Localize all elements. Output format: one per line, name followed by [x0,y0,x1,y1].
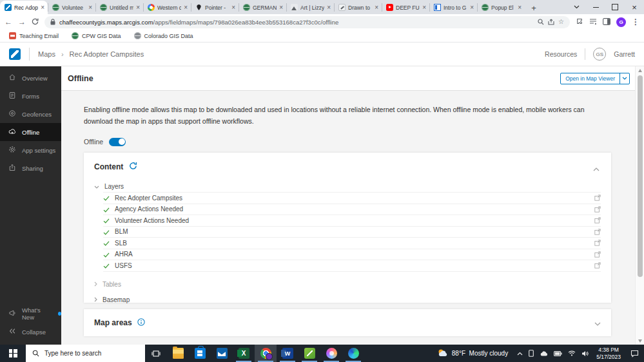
microsoft-store-button[interactable] [189,345,211,362]
tab-close-icon[interactable]: × [279,5,283,11]
open-in-map-viewer-button[interactable]: Open in Map Viewer [560,73,630,84]
window-minimize-button[interactable] [586,0,605,14]
tab-close-icon[interactable]: × [231,5,235,11]
excel-button[interactable] [233,345,255,362]
wifi-icon[interactable] [568,350,576,356]
bookmark-teaching-email[interactable]: Teaching Email [9,32,59,39]
layers-group-row[interactable]: Layers [94,181,601,192]
tab-close-icon[interactable]: × [518,5,522,11]
tab-western-search[interactable]: Western c × [143,1,191,14]
tab-pointer[interactable]: Pointer - × [191,1,239,14]
expand-card-chevron-icon[interactable] [594,317,601,329]
green-app-button[interactable] [298,345,320,362]
browser-menu-icon[interactable]: ⋮ [632,18,639,26]
tab-intro-to[interactable]: Intro to G × [429,1,477,14]
tab-drawn-to[interactable]: Drawn to × [334,1,382,14]
start-button[interactable] [0,345,26,362]
taskbar-weather[interactable]: 88°F Mostly cloudy [432,345,513,362]
page-scrollbar[interactable] [635,66,644,345]
word-button[interactable] [277,345,298,362]
username[interactable]: Garrett [614,50,635,58]
sidebar-item-offline[interactable]: Offline [0,123,61,141]
forward-icon[interactable]: → [18,18,26,26]
zoom-icon[interactable] [538,16,544,28]
side-panel-icon[interactable] [603,16,610,28]
media-controls-icon[interactable] [589,16,597,28]
open-layer-external-icon[interactable] [594,229,601,235]
scrollbar-thumb[interactable] [638,75,643,277]
info-icon[interactable] [137,317,145,329]
sidebar-item-forms[interactable]: Forms [0,87,61,105]
reload-icon[interactable] [32,18,39,26]
tab-close-icon[interactable]: × [41,5,44,11]
mail-button[interactable] [211,345,233,362]
chrome-button[interactable] [255,345,277,362]
sidebar-item-app-settings[interactable]: App settings [0,141,61,159]
tab-search-chevron-icon[interactable] [567,0,586,14]
sidebar-item-overview[interactable]: Overview [0,69,61,87]
tab-german[interactable]: GERMAN × [239,1,286,14]
extensions-puzzle-icon[interactable] [576,16,583,28]
tab-rec-adopter[interactable]: Rec Adop × [0,1,48,14]
window-close-button[interactable]: × [625,0,644,14]
field-maps-logo[interactable] [9,48,21,60]
tables-group-row[interactable]: Tables [94,279,601,290]
tab-label: Voluntee [62,5,86,11]
bookmark-cpw-gis[interactable]: CPW GIS Data [72,32,121,39]
window-maximize-button[interactable] [605,0,625,14]
open-layer-external-icon[interactable] [594,217,601,224]
open-layer-external-icon[interactable] [594,251,601,258]
tab-close-icon[interactable]: × [375,5,378,11]
onedrive-cloud-icon[interactable] [540,350,548,356]
tab-close-icon[interactable]: × [184,5,188,11]
taskbar-search-input[interactable]: Type here to search [26,345,145,362]
battery-icon[interactable] [554,351,562,356]
action-center-button[interactable] [625,345,644,362]
hidden-icons-chevron-icon[interactable] [517,352,523,356]
tab-popup[interactable]: Popup El × [477,1,525,14]
offline-toggle[interactable] [109,138,126,146]
tab-close-icon[interactable]: × [470,5,474,11]
address-bar[interactable]: chaffeecountygis.maps.arcgis.com/apps/fi… [44,16,570,28]
bookmark-star-icon[interactable]: ☆ [558,19,564,25]
sidebar-item-sharing[interactable]: Sharing [0,159,61,177]
browser-profile-avatar[interactable]: G [616,17,626,27]
edge-button[interactable] [342,345,364,362]
taskbar-clock[interactable]: 4:38 PM 5/17/2023 [592,345,625,362]
breadcrumb-maps-link[interactable]: Maps [38,50,55,58]
user-avatar[interactable]: GS [593,48,606,61]
refresh-icon[interactable] [129,161,137,173]
sidebar-collapse-button[interactable]: Collapse [0,323,61,341]
tab-close-icon[interactable]: × [88,5,92,11]
open-layer-external-icon[interactable] [594,240,601,246]
resources-link[interactable]: Resources [545,50,577,58]
open-layer-external-icon[interactable] [594,262,601,269]
tab-volunteer[interactable]: Voluntee × [48,1,95,14]
tab-close-icon[interactable]: × [327,5,331,11]
your-phone-icon[interactable] [529,350,534,357]
scroll-down-arrow[interactable] [636,337,644,345]
file-explorer-button[interactable] [167,345,189,362]
back-icon[interactable]: ← [5,18,12,26]
task-view-button[interactable] [145,345,167,362]
collapse-card-chevron-icon[interactable] [593,162,600,174]
tab-deep-fus[interactable]: DEEP FUS × [382,1,429,14]
sidebar-item-whats-new[interactable]: What's New [0,305,61,323]
tab-close-icon[interactable]: × [136,5,140,11]
scroll-up-arrow[interactable] [636,66,644,74]
open-layer-external-icon[interactable] [594,195,601,201]
paint-app-button[interactable] [320,345,342,362]
bookmark-colorado-gis[interactable]: Colorado GIS Data [134,32,193,39]
sidebar-item-geofences[interactable]: Geofences [0,105,61,123]
tab-untitled-map[interactable]: Untitled m × [95,1,143,14]
speaker-icon[interactable] [581,350,589,357]
tab-art-lizzy[interactable]: Art | Lizzy × [286,1,334,14]
basemap-group-row[interactable]: Basemap [94,294,601,305]
sidebar-item-label: Sharing [22,165,43,172]
page-title: Offline [68,74,93,83]
new-tab-button[interactable]: + [527,1,540,14]
open-layer-external-icon[interactable] [594,206,601,213]
tab-close-icon[interactable]: × [422,5,426,11]
open-button-dropdown[interactable] [620,73,629,84]
share-icon[interactable] [548,16,554,28]
